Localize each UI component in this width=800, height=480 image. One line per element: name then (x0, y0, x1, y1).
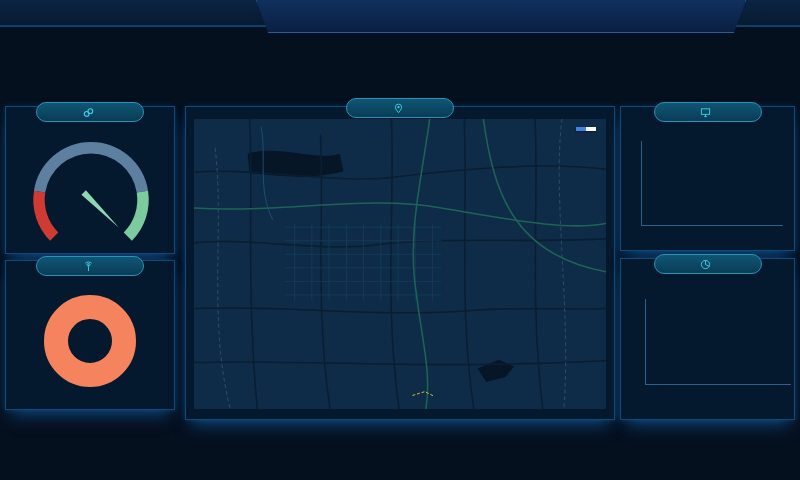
x-axis (641, 225, 783, 226)
panel-device-stats (620, 258, 795, 420)
panel-host-type (620, 106, 795, 251)
online-rate-gauge (13, 129, 169, 256)
satellite-button[interactable] (586, 127, 596, 131)
device-stats-chart (621, 259, 794, 419)
gauge-needle (81, 190, 119, 228)
antenna-icon (83, 261, 94, 272)
panel-project-map (185, 106, 615, 420)
panel-network-header (36, 256, 144, 276)
panel-online-rate-header (36, 102, 144, 122)
map-button[interactable] (576, 127, 586, 131)
x-axis (645, 384, 791, 385)
page-title-bar (256, 0, 746, 33)
y-axis (641, 141, 642, 226)
link-icon (83, 107, 94, 118)
network-donut-chart (44, 295, 136, 387)
panel-map-header (346, 98, 454, 118)
host-type-chart (621, 107, 794, 250)
panel-online-rate (5, 106, 175, 254)
y-axis (645, 299, 646, 384)
panel-network-type (5, 260, 175, 410)
panel-device-header (654, 254, 762, 274)
monitor-icon (700, 107, 711, 118)
map-type-toggle (576, 127, 596, 131)
stats-row (0, 46, 800, 95)
map-canvas[interactable] (194, 119, 606, 409)
map-overlay (194, 119, 606, 409)
panel-host-header (654, 102, 762, 122)
pie-icon (700, 259, 711, 270)
location-icon (393, 103, 404, 114)
dashboard (0, 0, 800, 480)
